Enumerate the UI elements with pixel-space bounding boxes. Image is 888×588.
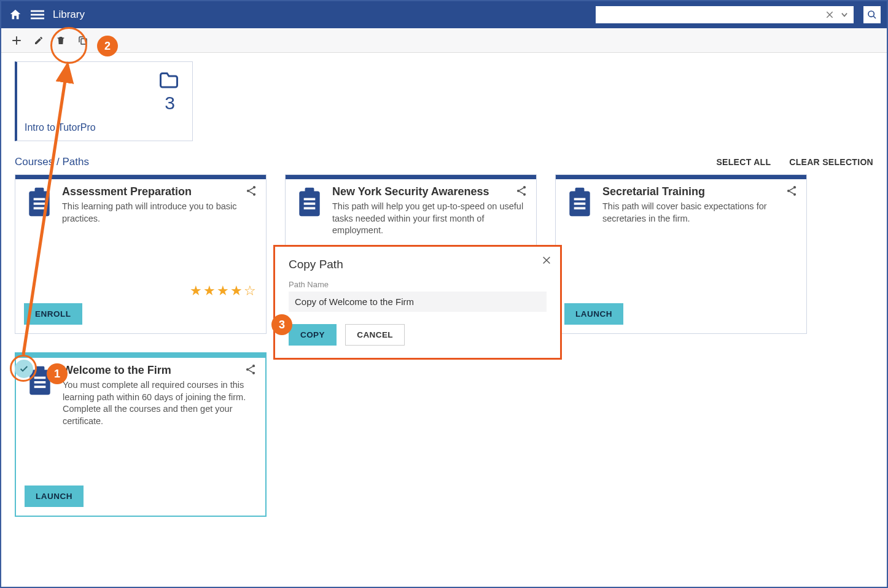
annotation-badge-1: 1: [47, 363, 68, 384]
folder-icon: [158, 71, 180, 89]
svg-point-11: [253, 186, 255, 188]
annotation-circle-1: [10, 355, 37, 382]
svg-rect-31: [34, 377, 46, 379]
svg-rect-22: [575, 188, 585, 193]
svg-point-3: [868, 11, 874, 17]
home-icon[interactable]: [7, 7, 23, 23]
svg-rect-1: [31, 14, 44, 16]
clear-icon[interactable]: [824, 10, 835, 19]
svg-point-35: [252, 365, 255, 367]
search-button[interactable]: [863, 6, 881, 23]
search-box: [596, 6, 854, 23]
svg-rect-24: [574, 203, 586, 205]
card-title: New York Security Awareness: [332, 185, 528, 198]
share-icon[interactable]: [515, 185, 528, 197]
share-icon[interactable]: [785, 185, 798, 197]
hamburger-menu-icon[interactable]: [29, 7, 45, 23]
copy-path-dialog: Copy Path Path Name COPY CANCEL: [273, 245, 562, 360]
svg-rect-6: [35, 188, 44, 193]
svg-point-19: [523, 186, 526, 188]
svg-rect-0: [31, 10, 44, 12]
annotation-badge-3: 3: [271, 314, 292, 335]
select-all-link[interactable]: SELECT ALL: [716, 157, 771, 167]
card-title: Assessment Preparation: [62, 185, 257, 198]
svg-rect-25: [574, 207, 586, 209]
cancel-button[interactable]: CANCEL: [345, 324, 405, 346]
dialog-title: Copy Path: [289, 258, 547, 271]
card-desc: This path will help you get up-to-speed …: [332, 201, 528, 237]
share-icon[interactable]: [245, 185, 257, 197]
svg-point-12: [253, 193, 255, 196]
top-bar: Library: [1, 1, 887, 28]
folder-title: Intro to TutorPro: [25, 122, 96, 133]
card-title: Welcome to the Firm: [63, 364, 257, 377]
course-card[interactable]: Assessment Preparation This learning pat…: [15, 174, 267, 334]
section-header: Courses / Paths SELECT ALL CLEAR SELECTI…: [15, 156, 873, 168]
close-icon[interactable]: [542, 255, 551, 265]
annotation-badge-2: 2: [97, 36, 118, 56]
svg-rect-2: [31, 18, 44, 20]
svg-rect-33: [34, 385, 46, 388]
clipboard-icon: [24, 185, 55, 220]
svg-rect-9: [34, 207, 45, 209]
clear-selection-link[interactable]: CLEAR SELECTION: [789, 157, 873, 167]
page-title: Library: [53, 9, 85, 21]
star-rating: ★★★★☆: [190, 283, 257, 299]
svg-rect-7: [34, 198, 45, 201]
path-name-label: Path Name: [289, 280, 547, 289]
svg-rect-17: [304, 207, 316, 209]
annotation-circle-2: [50, 27, 87, 64]
section-title: Courses / Paths: [15, 156, 89, 168]
card-desc: This learning path will introduce you to…: [62, 201, 257, 225]
card-desc: You must complete all required courses i…: [63, 379, 257, 427]
card-desc: This path will cover basic expectations …: [602, 201, 798, 225]
svg-point-20: [523, 193, 526, 196]
svg-rect-8: [34, 203, 45, 205]
toolbar: [1, 28, 887, 53]
clipboard-icon: [564, 185, 595, 220]
folder-count: 3: [165, 93, 175, 114]
svg-point-28: [793, 193, 796, 196]
clipboard-icon: [294, 185, 325, 220]
folder-card[interactable]: 3 Intro to TutorPro: [15, 61, 193, 141]
path-name-input[interactable]: [289, 292, 547, 312]
svg-rect-15: [304, 198, 316, 201]
copy-button[interactable]: COPY: [289, 324, 337, 346]
course-card[interactable]: Secretarial Training This path will cove…: [555, 174, 807, 334]
svg-rect-14: [305, 188, 314, 193]
svg-point-36: [252, 372, 255, 374]
launch-button[interactable]: LAUNCH: [564, 303, 623, 325]
svg-point-27: [793, 186, 796, 188]
svg-rect-16: [304, 203, 316, 205]
add-icon[interactable]: [10, 34, 23, 47]
svg-rect-32: [34, 381, 46, 384]
enroll-button[interactable]: ENROLL: [24, 303, 82, 325]
card-title: Secretarial Training: [602, 185, 798, 198]
edit-icon[interactable]: [32, 34, 45, 47]
share-icon[interactable]: [244, 363, 257, 376]
launch-button[interactable]: LAUNCH: [25, 485, 84, 507]
svg-rect-23: [574, 198, 586, 201]
search-input[interactable]: [599, 10, 824, 20]
chevron-down-icon[interactable]: [839, 10, 850, 19]
